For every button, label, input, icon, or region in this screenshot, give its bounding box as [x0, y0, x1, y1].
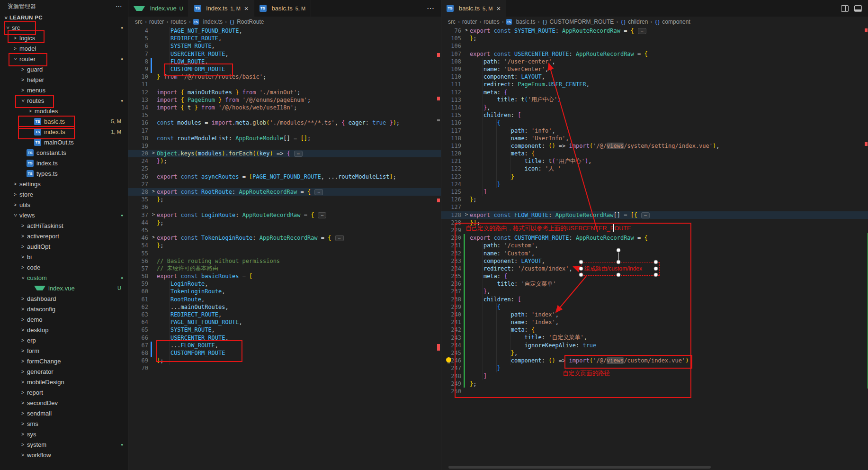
code-line-62[interactable]: 62 ...mainOutRoutes,	[128, 303, 441, 311]
code-line-113[interactable]: 113 title: t('用户中心')	[441, 96, 868, 104]
tree-item-index.ts[interactable]: TSindex.ts	[0, 158, 128, 168]
tree-item-constant.ts[interactable]: TSconstant.ts	[0, 147, 128, 158]
tab-basic.ts[interactable]: TSbasic.ts5, M	[254, 0, 311, 17]
customize-layout-icon[interactable]	[854, 5, 862, 12]
code-line-248[interactable]: 248 ]	[441, 372, 868, 380]
code-line-241[interactable]: 241 name: 'Index',	[441, 318, 868, 326]
tree-item-helper[interactable]: >helper	[0, 74, 128, 85]
code-line-58[interactable]: 58export const basicRoutes = [	[128, 272, 441, 280]
tree-item-code[interactable]: >code	[0, 262, 128, 272]
code-line-120[interactable]: 120 meta: {	[441, 150, 868, 157]
code-line-13[interactable]: 13import { PageEnum } from '/@/enums/pag…	[128, 96, 441, 104]
code-line-235[interactable]: 235 meta: {	[441, 272, 868, 280]
breadcrumb-item-index.ts[interactable]: TSindex.ts	[193, 18, 223, 25]
fold-chevron-icon[interactable]: >	[152, 235, 155, 240]
code-line-4[interactable]: 4 PAGE_NOT_FOUND_ROUTE,	[128, 27, 441, 35]
tree-item-src[interactable]: >src●	[0, 22, 128, 33]
close-icon[interactable]: ×	[244, 4, 249, 12]
code-line-242[interactable]: 242 meta: {	[441, 326, 868, 334]
code-line-236[interactable]: 236 title: '自定义菜单'	[441, 280, 868, 288]
tree-item-custom[interactable]: >custom●	[0, 272, 128, 283]
code-line-233[interactable]: 233 component: LAYOUT,	[441, 257, 868, 265]
code-line-10[interactable]: 10} from '/@/router/routes/basic';	[128, 73, 441, 81]
fold-chevron-icon[interactable]: >	[465, 212, 468, 217]
code-line-12[interactable]: 12import { mainOutRoutes } from './mainO…	[128, 89, 441, 96]
horizontal-scrollbar[interactable]	[448, 466, 711, 469]
tree-item-mobileDesign[interactable]: >mobileDesign	[0, 377, 128, 387]
workspace-section-header[interactable]: > LEARUN PC	[0, 12, 128, 23]
tree-item-store[interactable]: >store	[0, 189, 128, 199]
tree-item-mainOut.ts[interactable]: TSmainOut.ts	[0, 137, 128, 147]
fold-chevron-icon[interactable]: >	[152, 212, 155, 217]
code-line-245[interactable]: 245 },	[441, 349, 868, 357]
code-line-46[interactable]: 46>export const TokenLoginRoute: AppRout…	[128, 234, 441, 242]
fold-chevron-icon[interactable]: >	[465, 27, 468, 33]
code-line-63[interactable]: 63 REDIRECT_ROUTE,	[128, 311, 441, 318]
code-line-228[interactable]: 228}];	[441, 219, 868, 226]
tree-item-form[interactable]: >form	[0, 345, 128, 356]
code-line-20[interactable]: 20>Object.keys(modules).forEach((key) =>…	[128, 150, 441, 157]
code-line-57[interactable]: 57// 未经许可的基本路由	[128, 265, 441, 272]
tree-item-views[interactable]: >views●	[0, 210, 128, 220]
code-line-249[interactable]: 249};	[441, 380, 868, 388]
code-line-116[interactable]: 116 {	[441, 119, 868, 127]
code-editor-index-ts[interactable]: 4 PAGE_NOT_FOUND_ROUTE,5 REDIRECT_ROUTE,…	[128, 27, 441, 470]
code-line-7[interactable]: 7 USERCENTER_ROUTE,	[128, 50, 441, 58]
tree-item-erp[interactable]: >erp	[0, 335, 128, 345]
code-line-122[interactable]: 122 icon: '人 '	[441, 165, 868, 172]
code-line-107[interactable]: 107export const USERCENTER_ROUTE: AppRou…	[441, 50, 868, 58]
code-line-121[interactable]: 121 title: t('用户中心'),	[441, 157, 868, 165]
breadcrumb-item-router[interactable]: router	[149, 18, 164, 25]
code-line-65[interactable]: 65 SYSTEM_ROUTE,	[128, 326, 441, 334]
code-line-64[interactable]: 64 PAGE_NOT_FOUND_ROUTE,	[128, 318, 441, 326]
code-line-106[interactable]: 106	[441, 42, 868, 50]
tree-item-activereport[interactable]: >activereport	[0, 231, 128, 241]
breadcrumb-item-router[interactable]: router	[462, 18, 477, 25]
code-line-9[interactable]: 9 CUSTOMFORM_ROUTE	[128, 65, 441, 73]
fold-chevron-icon[interactable]: >	[152, 150, 155, 155]
code-line-231[interactable]: 231 path: '/custom',	[441, 242, 868, 249]
code-line-54[interactable]: 54};	[128, 242, 441, 249]
close-icon[interactable]: ×	[496, 4, 501, 12]
code-line-67[interactable]: 67 ...FLOW_ROUTE,	[128, 342, 441, 349]
tab-basic.ts[interactable]: TSbasic.ts5, M×	[441, 0, 506, 17]
code-line-70[interactable]: 70	[128, 364, 441, 372]
breadcrumb-item-src[interactable]: src	[448, 18, 456, 25]
code-line-35[interactable]: 35};	[128, 196, 441, 203]
code-line-56[interactable]: 56// Basic routing without permissions	[128, 257, 441, 265]
folded-region-badge[interactable]: ⋯	[318, 212, 326, 218]
code-line-250[interactable]: 250	[441, 388, 868, 395]
code-line-246[interactable]: 246 component: () => import('/@/views/cu…	[441, 357, 868, 364]
code-line-124[interactable]: 124 }	[441, 181, 868, 188]
tree-item-formChange[interactable]: >formChange	[0, 356, 128, 366]
code-line-14[interactable]: 14import { t } from '/@/hooks/web/useI18…	[128, 104, 441, 111]
code-line-126[interactable]: 126};	[441, 196, 868, 203]
tree-item-model[interactable]: >model	[0, 43, 128, 54]
tree-item-generator[interactable]: >generator	[0, 366, 128, 377]
code-line-128[interactable]: 128>export const FLOW_ROUTE: AppRouteRec…	[441, 211, 868, 219]
code-line-243[interactable]: 243 title: '自定义菜单',	[441, 334, 868, 342]
code-line-76[interactable]: 76>export const SYSTEM_ROUTE: AppRouteRe…	[441, 27, 868, 35]
code-line-109[interactable]: 109 name: 'UserCenter',	[441, 65, 868, 73]
code-line-118[interactable]: 118 name: 'UserInfo',	[441, 135, 868, 142]
code-line-8[interactable]: 8 FLOW_ROUTE,	[128, 58, 441, 65]
code-editor-basic-ts[interactable]: 76>export const SYSTEM_ROUTE: AppRouteRe…	[441, 27, 868, 470]
code-line-45[interactable]: 45	[128, 226, 441, 234]
breadcrumb-item-RootRoute[interactable]: {}RootRoute	[229, 18, 264, 25]
code-line-238[interactable]: 238 children: [	[441, 296, 868, 303]
code-line-11[interactable]: 11	[128, 81, 441, 88]
tree-item-sendmail[interactable]: >sendmail	[0, 408, 128, 418]
code-line-16[interactable]: 16const modules = import.meta.glob('./mo…	[128, 119, 441, 127]
tree-item-index.ts[interactable]: TSindex.ts1, M	[0, 127, 128, 137]
code-line-234[interactable]: 234 redirect: '/custom/index',	[441, 265, 868, 272]
tree-item-actHiTaskinst[interactable]: >actHiTaskinst	[0, 220, 128, 231]
code-line-44[interactable]: 44};	[128, 219, 441, 226]
tree-item-secondDev[interactable]: >secondDev	[0, 398, 128, 408]
code-line-26[interactable]: 26export const asyncRoutes = [PAGE_NOT_F…	[128, 173, 441, 181]
code-line-6[interactable]: 6 SYSTEM_ROUTE,	[128, 42, 441, 50]
tree-item-types.ts[interactable]: TStypes.ts	[0, 168, 128, 179]
code-line-66[interactable]: 66 USERCENTER_ROUTE,	[128, 334, 441, 342]
code-line-24[interactable]: 24});	[128, 157, 441, 165]
code-line-37[interactable]: 37>export const LoginRoute: AppRouteReco…	[128, 211, 441, 219]
code-line-112[interactable]: 112 meta: {	[441, 89, 868, 96]
